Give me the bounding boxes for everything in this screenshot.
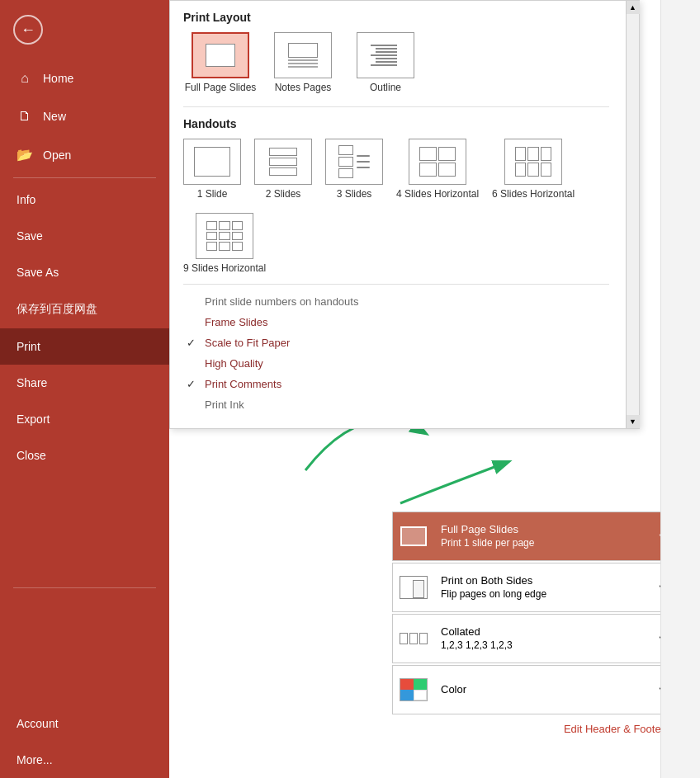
sidebar-item-close[interactable]: Close bbox=[0, 437, 169, 474]
color-text: Color bbox=[434, 679, 655, 700]
slide-single-icon bbox=[206, 44, 235, 67]
outline-label: Outline bbox=[370, 82, 401, 93]
h2-label: 2 Slides bbox=[266, 188, 301, 200]
new-icon: 🗋 bbox=[17, 109, 33, 124]
main-content: ▲ ▼ Print Layout Full Page Slides bbox=[169, 0, 700, 778]
h3-label: 3 Slides bbox=[337, 188, 372, 200]
h3-icon-box bbox=[325, 139, 383, 185]
outline-icon bbox=[371, 45, 400, 66]
outline-icon-box bbox=[357, 32, 414, 78]
arrow-annotation-2 bbox=[392, 437, 557, 520]
h2-slides-icon bbox=[269, 148, 297, 176]
handouts-grid: 1 Slide 2 Slides bbox=[183, 139, 609, 274]
sidebar-item-label: Home bbox=[43, 72, 73, 85]
handouts-title: Handouts bbox=[183, 117, 609, 130]
sidebar-item-save[interactable]: Save bbox=[0, 218, 169, 254]
print-layout-title: Print Layout bbox=[183, 11, 609, 24]
edit-header-footer-link[interactable]: Edit Header & Footer bbox=[564, 723, 665, 735]
footer-area: Edit Header & Footer bbox=[392, 716, 673, 736]
collated-sub-label: 1,2,3 1,2,3 1,2,3 bbox=[441, 639, 649, 653]
collated-text: Collated 1,2,3 1,2,3 1,2,3 bbox=[434, 621, 655, 656]
h2-icon-box bbox=[254, 139, 312, 185]
scroll-down-arrow[interactable]: ▼ bbox=[627, 415, 640, 428]
sidebar-item-new[interactable]: 🗋 New bbox=[0, 97, 169, 135]
notes-pages-icon bbox=[288, 43, 318, 68]
home-icon: ⌂ bbox=[17, 71, 33, 86]
sidebar-item-label: Open bbox=[43, 149, 71, 162]
h6-label: 6 Slides Horizontal bbox=[492, 188, 575, 200]
both-sides-sub-label: Flip pages on long edge bbox=[441, 588, 649, 601]
print-layout-panel: ▲ ▼ Print Layout Full Page Slides bbox=[169, 0, 640, 429]
handout-6-slides[interactable]: 6 Slides Horizontal bbox=[492, 139, 575, 200]
sidebar-item-label: New bbox=[43, 110, 66, 123]
option-slide-numbers[interactable]: Print slide numbers on handouts bbox=[183, 291, 609, 312]
handout-3-slides[interactable]: 3 Slides bbox=[325, 139, 383, 200]
layout-notes[interactable]: Notes Pages bbox=[266, 32, 340, 93]
h6-slides-icon bbox=[515, 147, 551, 177]
handout-1-slide[interactable]: 1 Slide bbox=[183, 139, 241, 200]
h1-icon-box bbox=[183, 139, 241, 185]
collated-icon-wrap bbox=[393, 626, 434, 651]
sidebar-item-open[interactable]: 📂 Open bbox=[0, 135, 169, 174]
panel-scrollbar[interactable]: ▲ ▼ bbox=[626, 1, 639, 428]
back-circle-icon: ← bbox=[13, 15, 43, 45]
handouts-section: Handouts 1 Slide bbox=[183, 106, 609, 274]
print-row-both-sides[interactable]: Print on Both Sides Flip pages on long e… bbox=[392, 563, 673, 612]
both-sides-icon-wrap bbox=[393, 569, 434, 606]
check-slide-numbers bbox=[187, 295, 198, 308]
notes-label: Notes Pages bbox=[275, 82, 332, 93]
divider-top bbox=[13, 177, 156, 178]
sidebar-item-save-as[interactable]: Save As bbox=[0, 254, 169, 290]
h9-label: 9 Slides Horizontal bbox=[183, 262, 266, 274]
both-sides-text: Print on Both Sides Flip pages on long e… bbox=[434, 570, 655, 605]
h9-icon-box bbox=[196, 213, 253, 259]
back-button[interactable]: ← bbox=[0, 0, 169, 59]
collated-icon bbox=[400, 633, 428, 644]
sidebar-item-print[interactable]: Print bbox=[0, 328, 169, 365]
print-layout-grid: Full Page Slides Notes Pages bbox=[183, 32, 609, 93]
print-row-collated[interactable]: Collated 1,2,3 1,2,3 1,2,3 ▼ bbox=[392, 614, 673, 663]
option-print-ink[interactable]: Print Ink bbox=[183, 394, 609, 415]
both-sides-icon bbox=[400, 576, 428, 599]
color-main-label: Color bbox=[441, 682, 649, 697]
option-scale[interactable]: ✓ Scale to Fit Paper bbox=[183, 332, 609, 353]
full-page-text: Full Page Slides Print 1 slide per page bbox=[434, 519, 655, 554]
layout-outline[interactable]: Outline bbox=[348, 32, 423, 93]
option-high-quality[interactable]: High Quality bbox=[183, 353, 609, 374]
sidebar-item-export[interactable]: Export bbox=[0, 401, 169, 437]
sidebar-item-baidu[interactable]: 保存到百度网盘 bbox=[0, 290, 169, 328]
scroll-up-arrow[interactable]: ▲ bbox=[627, 1, 640, 14]
sidebar-item-more[interactable]: More... bbox=[0, 742, 169, 778]
print-row-full-page[interactable]: Full Page Slides Print 1 slide per page … bbox=[392, 512, 673, 561]
full-page-main-label: Full Page Slides bbox=[441, 522, 649, 537]
check-frame-slides bbox=[187, 316, 198, 328]
option-frame-slides[interactable]: Frame Slides bbox=[183, 312, 609, 332]
h4-icon-box bbox=[409, 139, 466, 185]
layout-full-page[interactable]: Full Page Slides bbox=[183, 32, 258, 93]
color-icon bbox=[400, 678, 428, 701]
both-sides-main-label: Print on Both Sides bbox=[441, 573, 649, 588]
sidebar-item-home[interactable]: ⌂ Home bbox=[0, 59, 169, 97]
check-high-quality bbox=[187, 357, 198, 370]
print-row-color[interactable]: Color ▼ bbox=[392, 665, 673, 714]
full-page-label: Full Page Slides bbox=[185, 82, 257, 93]
handout-2-slides[interactable]: 2 Slides bbox=[254, 139, 312, 200]
h1-label: 1 Slide bbox=[197, 188, 228, 200]
collated-main-label: Collated bbox=[441, 625, 649, 639]
full-page-sub-label: Print 1 slide per page bbox=[441, 537, 649, 550]
check-print-ink bbox=[187, 398, 198, 411]
sidebar-item-account[interactable]: Account bbox=[0, 705, 169, 742]
h1-slide-icon bbox=[194, 147, 230, 177]
h9-slides-icon bbox=[206, 221, 243, 251]
full-page-slides-icon bbox=[393, 520, 434, 553]
panel-options: Print slide numbers on handouts Frame Sl… bbox=[183, 284, 609, 415]
handout-4-slides[interactable]: 4 Slides Horizontal bbox=[396, 139, 479, 200]
option-print-comments[interactable]: ✓ Print Comments bbox=[183, 374, 609, 394]
sidebar-item-share[interactable]: Share bbox=[0, 365, 169, 401]
notes-icon-box bbox=[274, 32, 332, 78]
sidebar-item-info[interactable]: Info bbox=[0, 182, 169, 218]
color-icon-wrap bbox=[393, 672, 434, 708]
check-scale: ✓ bbox=[187, 337, 198, 349]
h3-slides-icon bbox=[338, 145, 370, 178]
handout-9-slides[interactable]: 9 Slides Horizontal bbox=[183, 213, 266, 274]
